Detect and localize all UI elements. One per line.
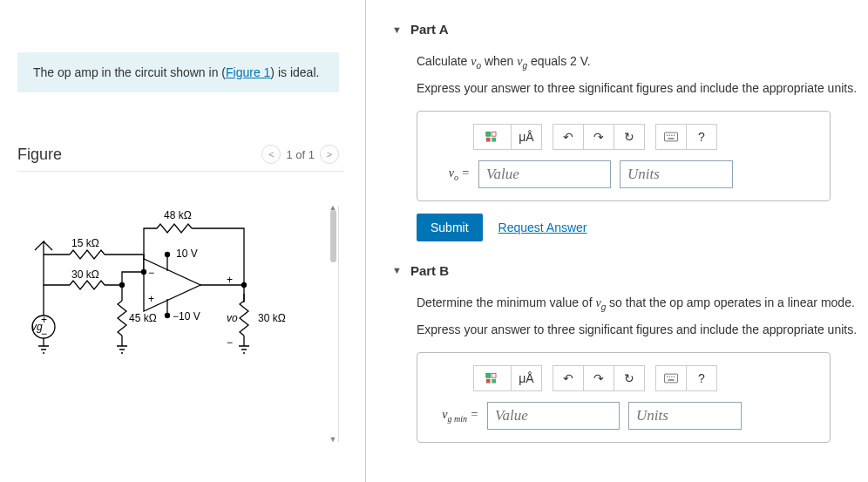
reset-tool[interactable]: ↻	[614, 365, 645, 391]
undo-tool[interactable]: ↶	[553, 365, 584, 391]
figure-pager-text: 1 of 1	[286, 148, 315, 161]
svg-rect-21	[486, 132, 491, 136]
svg-point-28	[671, 134, 672, 135]
svg-rect-23	[486, 138, 491, 142]
part-a-instruction: Express your answer to three significant…	[417, 81, 868, 95]
part-b-value-input[interactable]	[487, 402, 620, 430]
svg-rect-24	[492, 138, 496, 142]
svg-point-1	[166, 253, 170, 257]
svg-text:+: +	[148, 293, 154, 305]
svg-rect-22	[492, 132, 496, 136]
figure-panel: ▲ ▼	[17, 207, 339, 442]
problem-text-after: ) is ideal.	[270, 65, 319, 79]
figure-scrollbar[interactable]	[330, 210, 336, 262]
svg-rect-40	[668, 379, 674, 380]
svg-point-5	[242, 283, 247, 288]
help-tool[interactable]: ?	[686, 365, 717, 391]
svg-text:−: −	[148, 267, 154, 279]
circuit-diagram: 48 kΩ 15 kΩ 30 kΩ 45 kΩ 30 kΩ 10 V −10 V…	[17, 207, 314, 381]
figure-prev-button[interactable]: <	[261, 145, 281, 164]
keyboard-tool[interactable]	[655, 365, 687, 391]
caret-down-icon: ▼	[392, 265, 402, 275]
svg-text:30 kΩ: 30 kΩ	[258, 312, 286, 324]
svg-text:vo: vo	[227, 312, 238, 324]
svg-rect-30	[668, 138, 674, 139]
part-a-value-input[interactable]	[478, 160, 611, 188]
figure-title: Figure	[17, 146, 62, 164]
svg-point-27	[669, 134, 670, 135]
part-a-var-label: vo =	[430, 166, 470, 182]
svg-rect-34	[492, 378, 496, 383]
svg-text:10 V: 10 V	[176, 248, 198, 260]
undo-tool[interactable]: ↶	[553, 124, 584, 150]
help-tool[interactable]: ?	[686, 124, 717, 150]
templates-tool[interactable]	[473, 365, 512, 391]
svg-point-38	[671, 376, 672, 377]
figure-link[interactable]: Figure 1	[226, 65, 270, 79]
problem-text-before: The op amp in the circuit shown in (	[33, 65, 226, 79]
units-tool[interactable]: μÅ	[511, 124, 542, 150]
svg-text:−: −	[227, 336, 233, 349]
part-b-instruction: Express your answer to three significant…	[417, 322, 868, 336]
svg-rect-31	[486, 373, 491, 377]
svg-rect-32	[492, 373, 496, 377]
svg-text:+: +	[41, 314, 47, 326]
svg-point-26	[667, 134, 668, 135]
part-b-answer-box: μÅ ↶ ↷ ↻ ? vg min =	[417, 352, 831, 443]
reset-tool[interactable]: ↻	[614, 124, 645, 150]
svg-text:48 kΩ: 48 kΩ	[164, 209, 192, 221]
svg-text:−: −	[41, 328, 47, 340]
units-tool[interactable]: μÅ	[511, 365, 542, 391]
templates-tool[interactable]	[473, 124, 512, 150]
part-b-units-input[interactable]	[628, 402, 742, 430]
svg-text:45 kΩ: 45 kΩ	[129, 312, 157, 324]
figure-next-button[interactable]: >	[320, 145, 339, 164]
keyboard-tool[interactable]	[655, 124, 687, 150]
part-a-submit-button[interactable]: Submit	[417, 214, 483, 241]
svg-point-36	[667, 376, 668, 377]
svg-text:15 kΩ: 15 kΩ	[71, 237, 99, 249]
svg-point-29	[674, 134, 675, 135]
svg-point-2	[166, 314, 170, 318]
problem-statement: The op amp in the circuit shown in (Figu…	[17, 52, 339, 92]
svg-point-3	[142, 270, 146, 275]
redo-tool[interactable]: ↷	[583, 124, 614, 150]
svg-point-4	[120, 283, 125, 288]
svg-rect-35	[664, 374, 677, 383]
part-a-units-input[interactable]	[620, 160, 733, 188]
part-b-var-label: vg min =	[430, 408, 478, 424]
part-a-title: Part A	[410, 22, 449, 37]
part-a-answer-box: μÅ ↶ ↷ ↻ ? vo =	[417, 111, 831, 201]
svg-rect-33	[486, 378, 491, 383]
part-a-request-answer-link[interactable]: Request Answer	[498, 221, 587, 234]
part-a-prompt: Calculate vo when vg equals 2 V.	[417, 54, 868, 71]
svg-point-39	[674, 376, 675, 377]
part-b-prompt: Determine the minimum value of vg so tha…	[417, 295, 868, 312]
svg-text:+: +	[227, 274, 233, 286]
svg-rect-25	[664, 132, 677, 141]
redo-tool[interactable]: ↷	[583, 365, 614, 391]
part-b-header[interactable]: ▼ Part B	[392, 263, 868, 278]
svg-text:30 kΩ: 30 kΩ	[71, 268, 99, 281]
svg-point-37	[669, 376, 670, 377]
part-b-title: Part B	[410, 263, 449, 278]
part-a-header[interactable]: ▼ Part A	[392, 22, 868, 37]
scroll-down-icon[interactable]: ▼	[328, 435, 338, 445]
caret-down-icon: ▼	[392, 24, 402, 35]
svg-text:−10 V: −10 V	[173, 310, 200, 322]
